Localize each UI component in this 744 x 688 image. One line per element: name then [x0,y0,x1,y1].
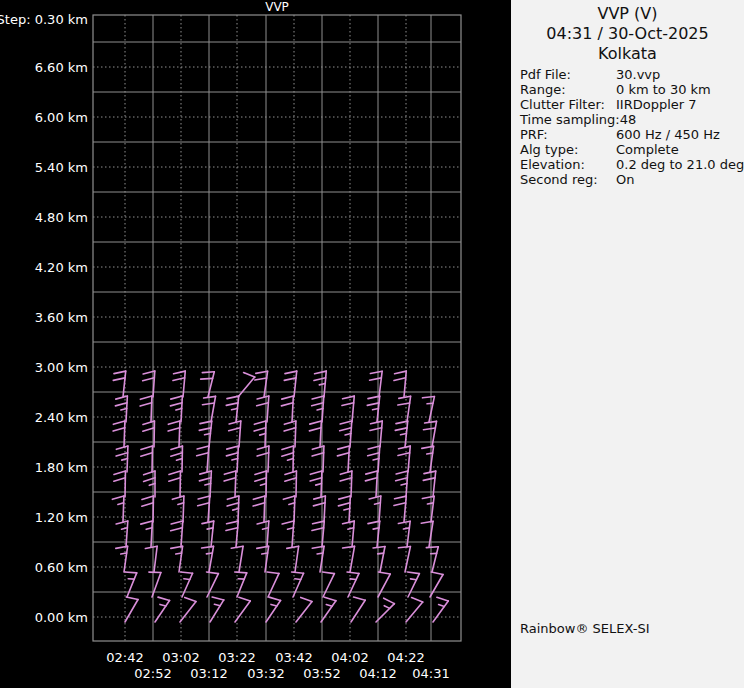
wind-barb [422,496,434,522]
wind-barb [238,373,255,397]
y-axis-label: 3.60 km [35,310,88,325]
wind-barb [426,547,438,572]
wind-barb [267,572,279,597]
wind-barb [376,598,394,622]
wind-barb [396,471,408,497]
x-axis-label: 04:02 [331,650,368,665]
y-axis-label: 1.20 km [35,510,88,525]
wind-barb [365,471,377,497]
panel-header: VVP (V) 04:31 / 30-Oct-2025 Kolkata [511,0,744,64]
wind-barb [257,546,269,572]
wind-barb [202,546,214,572]
y-axis-label: 4.20 km [35,260,88,275]
panel-site: Kolkata [511,44,744,64]
wind-barb [257,446,269,472]
wind-barb [283,496,295,522]
wind-barb [423,471,435,497]
wind-barb [395,421,407,447]
wind-barb [313,496,325,522]
wind-barb [112,496,124,522]
wind-barb [398,547,410,572]
y-axis-label: 0.60 km [35,560,88,575]
y-axis-label: 1.80 km [35,460,88,475]
wind-barb [321,597,336,622]
wind-barb [284,371,296,397]
wind-barb [115,396,127,422]
info-field-value: 0.2 deg to 21.0 deg [616,157,744,172]
wind-barb [373,546,385,572]
wind-barb [197,446,209,472]
info-field-label: Clutter Filter: [520,97,616,112]
wind-barb [310,471,322,497]
wind-barb [180,597,196,622]
x-axis-label: 04:31 [412,666,449,681]
wind-barb [408,572,420,597]
info-field-row: Second reg:On [520,172,742,187]
wind-barb [169,471,181,497]
wind-barb [398,396,411,422]
wind-barb [172,496,184,522]
wind-barb [254,421,266,447]
wind-barb [370,421,382,447]
wind-barb [394,371,406,397]
x-axis-label: 04:22 [387,650,424,665]
x-axis-label: 03:02 [162,650,199,665]
info-field-label: Time sampling: [520,112,620,127]
wind-barb [141,521,153,547]
wind-barb [343,521,355,547]
wind-barb [282,446,294,472]
wind-barb [199,421,211,447]
x-axis-label: 03:42 [275,650,312,665]
info-field-row: Clutter Filter:IIRDoppler 7 [520,97,742,112]
info-field-value: 30.vvp [616,67,742,82]
info-field-row: Time sampling:48 [520,112,742,127]
chart-title: VVP [265,0,289,14]
wind-barb [142,496,154,522]
wind-barb [226,446,238,472]
info-field-value: 48 [620,112,742,127]
wind-barb [171,521,183,547]
wind-barb [257,521,269,547]
wind-barb [422,446,434,472]
y-axis-label: 6.60 km [35,60,88,75]
wind-barb [423,421,436,447]
wind-barb [173,371,185,397]
info-field-value: On [616,172,742,187]
info-field-label: Alg type: [520,142,616,157]
info-field-row: Alg type:Complete [520,142,742,157]
info-panel: VVP (V) 04:31 / 30-Oct-2025 Kolkata Pdf … [511,0,744,688]
info-field-label: Elevation: [520,157,616,172]
x-axis-label: 03:32 [247,666,284,681]
wind-barb [113,371,125,397]
wind-barb [226,521,238,547]
x-axis-label: 03:22 [218,650,255,665]
vvp-chart: VVPStep: 0.30 km6.60 km6.00 km5.40 km4.8… [0,0,511,688]
wind-barb [296,597,312,622]
wind-barb [229,421,241,447]
wind-barb [116,546,128,572]
x-axis-label: 03:52 [303,666,340,681]
x-axis-label: 04:12 [359,666,396,681]
wind-barb [422,397,434,422]
info-field-label: PRF: [520,127,616,142]
wind-barb [201,372,215,397]
info-field-label: Range: [520,82,616,97]
wind-barb [281,396,293,422]
x-axis-label: 02:52 [134,666,171,681]
wind-barb [149,572,161,597]
info-fields: Pdf File:30.vvpRange:0 km to 30 kmClutte… [520,67,742,187]
info-field-value: 600 Hz / 450 Hz [616,127,742,142]
wind-barb [287,546,299,572]
vvp-window: VVPStep: 0.30 km6.60 km6.00 km5.40 km4.8… [0,0,744,688]
info-field-row: PRF:600 Hz / 450 Hz [520,127,742,142]
panel-datetime: 04:31 / 30-Oct-2025 [511,24,744,44]
y-axis-label: 3.00 km [35,360,88,375]
wind-barb [257,396,269,422]
info-field-row: Range:0 km to 30 km [520,82,742,97]
y-axis-label: 4.80 km [35,210,88,225]
wind-barb [145,546,157,572]
info-field-value: 0 km to 30 km [616,82,742,97]
wind-barb [125,597,138,622]
wind-barb [309,421,321,447]
wind-barb [140,396,152,422]
